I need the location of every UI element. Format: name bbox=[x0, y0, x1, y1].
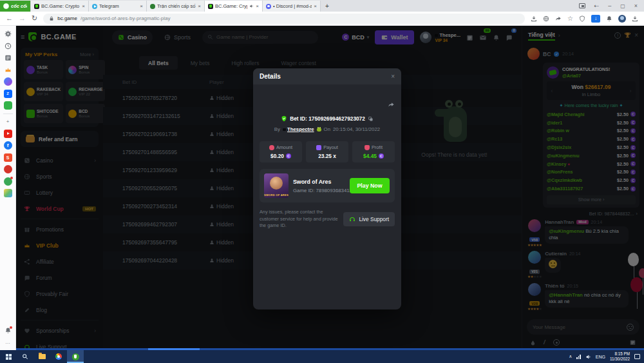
browser-toolbar: ← → ↻ bc.game/game/sword-of-ares-by-prag… bbox=[0, 12, 644, 26]
coccoc-icon bbox=[72, 353, 79, 360]
youtube-icon[interactable] bbox=[4, 130, 12, 138]
stat-profit: Profit $4.45C bbox=[352, 141, 395, 162]
reload-button[interactable]: ↻ bbox=[32, 15, 37, 22]
system-tray: ∧ ENG 8:15 PM11/30/2022 bbox=[565, 351, 644, 362]
modal-close-icon[interactable]: × bbox=[391, 73, 395, 80]
close-icon[interactable]: × bbox=[198, 3, 201, 9]
bookmark-star-icon[interactable]: ☆ bbox=[567, 15, 573, 22]
tab-audio-icon[interactable] bbox=[249, 4, 254, 8]
game-favicon bbox=[150, 4, 155, 9]
share-bet-icon[interactable] bbox=[388, 101, 395, 108]
bcgame-favicon bbox=[208, 4, 213, 9]
taskbar-clock[interactable]: 8:15 PM11/30/2022 bbox=[610, 351, 630, 362]
support-row: Any issues, please contact the customer … bbox=[260, 209, 395, 230]
tab-discord[interactable]: • Discord | #mod-announc × bbox=[263, 1, 321, 12]
chrome-icon bbox=[55, 353, 62, 360]
shopee-icon[interactable]: S bbox=[4, 153, 12, 162]
restore-tab-icon[interactable]: ⇠ bbox=[594, 3, 600, 9]
tab-bcgame-active[interactable]: BC.Game: Crypto Casino × bbox=[205, 1, 263, 12]
taskbar-search-button[interactable] bbox=[17, 350, 33, 363]
bcgame-site: ≡ BC.GAME My VIP Perks More › TASKBonus … bbox=[16, 26, 644, 350]
pip-icon[interactable] bbox=[579, 3, 585, 8]
messenger-icon[interactable] bbox=[4, 77, 12, 86]
player-link[interactable]: Thespectre bbox=[283, 126, 314, 132]
save-page-icon[interactable] bbox=[531, 15, 537, 22]
browser-side-panel: Z + f S … bbox=[0, 26, 16, 350]
bet-details-modal: Details × Bet ID: 1750926994627923072 By… bbox=[253, 68, 401, 309]
adblock-shield-icon[interactable] bbox=[579, 15, 585, 22]
close-icon[interactable]: × bbox=[140, 3, 143, 9]
coccoc-logo-icon bbox=[3, 3, 9, 9]
window-controls: ⇠ – ▢ × bbox=[573, 0, 644, 12]
verified-shield-icon bbox=[281, 115, 287, 122]
tab-label: BC.Game: Crypto Casino Gan bbox=[41, 3, 80, 9]
tab-bcgame-1[interactable]: BC.Game: Crypto Casino Gan × bbox=[31, 1, 89, 12]
coccoc-button[interactable] bbox=[67, 350, 84, 363]
profile-avatar[interactable] bbox=[618, 15, 626, 23]
more-icon[interactable]: … bbox=[4, 338, 12, 346]
profit-icon bbox=[365, 145, 370, 150]
network-icon[interactable] bbox=[576, 355, 581, 359]
play-now-button[interactable]: Play Now bbox=[350, 178, 390, 193]
capture-app-icon[interactable] bbox=[4, 177, 12, 186]
panel-notifications-icon[interactable] bbox=[4, 326, 12, 335]
volume-icon[interactable] bbox=[585, 354, 591, 360]
game-thumbnail[interactable]: SWORD OF ARES bbox=[264, 173, 289, 198]
share-icon[interactable] bbox=[555, 15, 562, 22]
zalo-icon[interactable]: Z bbox=[4, 90, 12, 98]
forward-button[interactable]: → bbox=[19, 15, 26, 22]
downloads-tray-icon[interactable] bbox=[632, 15, 638, 22]
stat-payout: Payout 23.25 x bbox=[306, 141, 348, 162]
modal-header: Details × bbox=[253, 68, 401, 84]
minimize-button[interactable]: – bbox=[608, 3, 611, 9]
images-app-icon[interactable] bbox=[4, 189, 12, 197]
browser-tab-bar: cốc cốc BC.Game: Crypto Casino Gan × Tel… bbox=[0, 0, 644, 12]
start-button[interactable] bbox=[0, 350, 17, 363]
new-tab-button[interactable]: + bbox=[321, 3, 334, 10]
tab-coccoc-home[interactable]: cốc cốc bbox=[0, 1, 31, 12]
crown-rewards-icon[interactable] bbox=[4, 66, 12, 74]
tab-telegram[interactable]: Telegram × bbox=[89, 1, 147, 12]
modal-title: Details bbox=[260, 73, 281, 80]
bcd-coin-icon: C bbox=[286, 153, 291, 159]
facebook-icon[interactable]: f bbox=[4, 141, 12, 150]
maximize-button[interactable]: ▢ bbox=[620, 3, 625, 9]
bet-id-row: Bet ID: 1750926994627923072 bbox=[260, 115, 395, 122]
copy-icon[interactable] bbox=[368, 116, 374, 122]
bet-stats: Amount $0.20C Payout 23.25 x Profit $4.4… bbox=[260, 141, 395, 162]
action-center-icon[interactable] bbox=[634, 354, 640, 359]
close-icon[interactable]: × bbox=[82, 3, 85, 9]
address-bar[interactable]: bc.game/game/sword-of-ares-by-pragmatic-… bbox=[43, 14, 525, 24]
payout-icon bbox=[316, 145, 321, 150]
close-icon[interactable]: × bbox=[256, 3, 259, 9]
discord-favicon bbox=[266, 4, 271, 9]
video-app-icon[interactable] bbox=[4, 165, 12, 173]
bcgame-favicon bbox=[34, 4, 39, 9]
file-explorer-button[interactable] bbox=[33, 350, 50, 363]
download-button[interactable]: ↓ bbox=[591, 15, 600, 23]
notifications-icon[interactable] bbox=[606, 15, 612, 22]
back-button[interactable]: ← bbox=[6, 15, 13, 22]
toolbar-icons: ☆ ↓ bbox=[531, 15, 638, 23]
language-indicator[interactable]: ENG bbox=[596, 355, 605, 359]
desktop-screen: cốc cốc BC.Game: Crypto Casino Gan × Tel… bbox=[0, 0, 644, 363]
bet-by-row: By Thespectre On 20:15:04, 30/11/2022 bbox=[260, 126, 395, 132]
modal-body: Bet ID: 1750926994627923072 By Thespectr… bbox=[253, 84, 401, 233]
live-support-button[interactable]: Live Support bbox=[343, 212, 395, 226]
folder-icon bbox=[39, 354, 46, 359]
settings-gear-icon[interactable] bbox=[4, 30, 12, 38]
reading-list-icon[interactable] bbox=[4, 54, 12, 62]
translate-icon[interactable] bbox=[543, 15, 549, 22]
history-icon[interactable] bbox=[4, 42, 12, 50]
chrome-button[interactable] bbox=[50, 350, 67, 363]
close-window-button[interactable]: × bbox=[634, 3, 638, 9]
tab-label: Telegram bbox=[99, 3, 138, 9]
game-controller-icon[interactable] bbox=[4, 101, 12, 110]
tray-expand-icon[interactable]: ∧ bbox=[569, 354, 572, 359]
close-icon[interactable]: × bbox=[314, 3, 317, 9]
tab-game-vn[interactable]: Trận chiến cấp số nhân chơi × bbox=[147, 1, 205, 12]
tab-label: BC.Game: Crypto Casino bbox=[215, 3, 247, 9]
tophat-icon bbox=[283, 128, 286, 131]
add-shortcut-icon[interactable]: + bbox=[4, 117, 12, 126]
tab-label: cốc cốc bbox=[11, 3, 27, 9]
